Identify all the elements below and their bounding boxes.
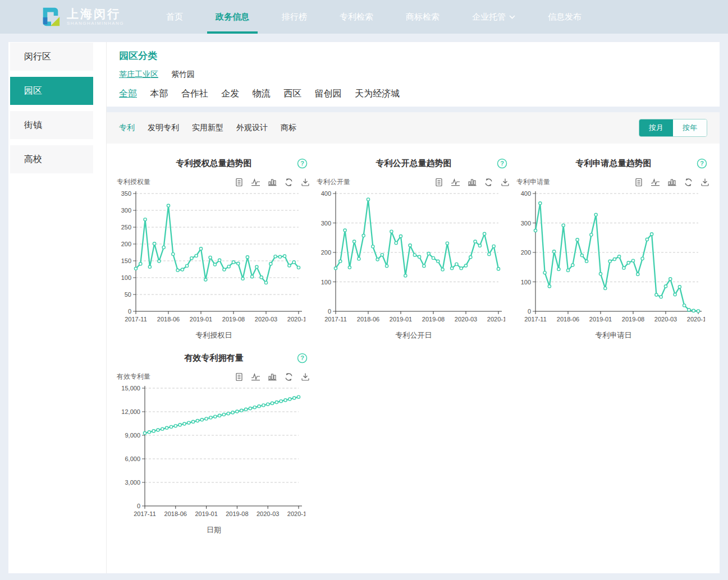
- patent-type-tabs: 专利 发明专利 实用新型 外观设计 商标: [119, 123, 296, 133]
- line-chart-icon[interactable]: [651, 178, 660, 187]
- help-icon[interactable]: ?: [297, 353, 308, 363]
- svg-text:300: 300: [321, 220, 331, 227]
- filter-links-row: 全部 本部 合作社 企发 物流 西区 留创园 天为经济城: [119, 88, 707, 100]
- svg-text:2020-03: 2020-03: [654, 316, 677, 323]
- sidebar-item-minhang-district[interactable]: 闵行区: [10, 43, 93, 71]
- tab-invention-patent[interactable]: 发明专利: [148, 123, 179, 133]
- tab-design[interactable]: 外观设计: [236, 123, 268, 133]
- bar-chart-icon[interactable]: [667, 178, 676, 187]
- chart-tabs-bar: 专利 发明专利 实用新型 外观设计 商标 按月 按年: [107, 112, 720, 144]
- line-chart-plot[interactable]: 0501001502002503003502017-112018-062019-…: [115, 188, 305, 329]
- y-axis-name: 专利授权量: [117, 177, 150, 187]
- refresh-icon[interactable]: [484, 178, 493, 187]
- page-title: 园区分类: [119, 49, 707, 62]
- data-view-icon[interactable]: [434, 178, 443, 187]
- svg-text:0: 0: [137, 503, 140, 509]
- filter-link-cooperative[interactable]: 合作社: [181, 89, 208, 98]
- logo[interactable]: 上海闵行 SHANGHAIMINHANG: [39, 0, 138, 34]
- download-icon[interactable]: [301, 372, 310, 381]
- tab-trademark[interactable]: 商标: [281, 123, 296, 133]
- bar-chart-icon[interactable]: [268, 178, 277, 187]
- line-chart-icon[interactable]: [251, 178, 260, 187]
- download-icon[interactable]: [501, 178, 510, 187]
- svg-text:2017-11: 2017-11: [134, 510, 156, 517]
- svg-text:2020-10: 2020-10: [487, 316, 505, 323]
- svg-text:15,000: 15,000: [121, 385, 140, 392]
- line-chart-icon[interactable]: [251, 372, 260, 381]
- filter-link-headquarters[interactable]: 本部: [150, 89, 168, 98]
- svg-text:300: 300: [121, 207, 131, 214]
- line-chart-plot[interactable]: 01002003004002017-112018-062019-012019-0…: [314, 188, 505, 329]
- park-link-zizhu[interactable]: 紫竹园: [171, 70, 195, 79]
- svg-text:2020-03: 2020-03: [255, 316, 277, 323]
- bar-chart-icon[interactable]: [468, 178, 477, 187]
- download-icon[interactable]: [301, 178, 310, 187]
- nav-item-ranking[interactable]: 排行榜: [273, 0, 315, 34]
- svg-text:2019-01: 2019-01: [390, 316, 412, 323]
- refresh-icon[interactable]: [284, 372, 294, 381]
- help-icon[interactable]: ?: [697, 158, 707, 169]
- tab-utility-model[interactable]: 实用新型: [192, 123, 223, 133]
- chart-title: 专利授权总量趋势图: [176, 158, 252, 169]
- data-view-icon[interactable]: [235, 372, 244, 381]
- svg-text:0: 0: [328, 308, 331, 315]
- chart-title: 专利公开总量趋势图: [376, 158, 452, 169]
- filter-link-qifa[interactable]: 企发: [221, 89, 239, 98]
- chart-card-application-trend: 专利申请总量趋势图 ? 专利申请量 01002003004002: [514, 151, 713, 340]
- nav-item-enterprise-hosting[interactable]: 企业托管: [464, 0, 524, 34]
- charts-panel: 专利 发明专利 实用新型 外观设计 商标 按月 按年 专利授权总量趋势图: [107, 112, 720, 573]
- svg-text:300: 300: [521, 220, 531, 227]
- nav-menu: 首页 政务信息 排行榜 专利检索 商标检索 企业托管 信息发布: [150, 0, 598, 34]
- svg-text:200: 200: [121, 241, 131, 247]
- nav-item-patent-search[interactable]: 专利检索: [331, 0, 382, 34]
- nav-item-info-publish[interactable]: 信息发布: [539, 0, 590, 34]
- svg-text:2020-03: 2020-03: [455, 316, 477, 323]
- park-links-row: 莘庄工业区 紫竹园: [119, 70, 707, 80]
- refresh-icon[interactable]: [684, 178, 693, 187]
- data-view-icon[interactable]: [235, 178, 244, 187]
- svg-text:2017-11: 2017-11: [524, 316, 547, 323]
- help-icon[interactable]: ?: [497, 158, 507, 169]
- tab-patent[interactable]: 专利: [119, 123, 135, 133]
- x-axis-name: 日期: [115, 525, 313, 535]
- help-icon[interactable]: ?: [297, 158, 308, 169]
- nav-item-trademark-search[interactable]: 商标检索: [397, 0, 448, 34]
- yearly-button[interactable]: 按年: [673, 119, 707, 136]
- svg-text:2018-06: 2018-06: [357, 316, 379, 323]
- filter-link-west-zone[interactable]: 西区: [283, 89, 301, 98]
- park-classification-panel: 园区分类 莘庄工业区 紫竹园 全部 本部 合作社 企发 物流 西区 留创园 天为…: [107, 42, 720, 107]
- svg-text:2019-01: 2019-01: [589, 316, 612, 323]
- chart-title: 专利申请总量趋势图: [576, 158, 652, 169]
- svg-text:2019-01: 2019-01: [190, 316, 212, 323]
- line-chart-icon[interactable]: [451, 178, 460, 187]
- line-chart-plot[interactable]: 01002003004002017-112018-062019-012019-0…: [514, 188, 705, 329]
- svg-text:0: 0: [528, 308, 531, 315]
- monthly-button[interactable]: 按月: [639, 119, 673, 136]
- chevron-down-icon: [509, 15, 515, 19]
- filter-link-all[interactable]: 全部: [119, 89, 137, 98]
- refresh-icon[interactable]: [284, 178, 294, 187]
- svg-text:100: 100: [321, 279, 331, 286]
- svg-text:2020-10: 2020-10: [287, 316, 305, 323]
- filter-link-tianwei-economic-city[interactable]: 天为经济城: [355, 89, 400, 98]
- sidebar-item-universities[interactable]: 高校: [10, 145, 93, 173]
- logo-subtitle: SHANGHAIMINHANG: [67, 21, 124, 26]
- download-icon[interactable]: [700, 178, 709, 187]
- svg-text:400: 400: [321, 190, 331, 197]
- park-link-xinzhuang[interactable]: 莘庄工业区: [119, 70, 158, 79]
- nav-item-home[interactable]: 首页: [158, 0, 191, 34]
- svg-text:2020-10: 2020-10: [287, 510, 305, 517]
- chart-title: 有效专利拥有量: [185, 353, 244, 363]
- data-view-icon[interactable]: [634, 178, 643, 187]
- svg-text:?: ?: [300, 355, 304, 361]
- filter-link-liuchuangyuan[interactable]: 留创园: [315, 89, 342, 98]
- line-chart-plot[interactable]: 03,0006,0009,00012,00015,0002017-112018-…: [115, 383, 305, 524]
- svg-text:2019-01: 2019-01: [195, 510, 217, 517]
- y-axis-name: 专利申请量: [516, 177, 550, 187]
- y-axis-name: 有效专利量: [117, 372, 150, 381]
- sidebar-item-parks[interactable]: 园区: [10, 77, 93, 105]
- nav-item-gov-info[interactable]: 政务信息: [207, 0, 258, 34]
- bar-chart-icon[interactable]: [268, 372, 277, 381]
- filter-link-logistics[interactable]: 物流: [253, 89, 271, 98]
- sidebar-item-streets[interactable]: 街镇: [10, 111, 93, 139]
